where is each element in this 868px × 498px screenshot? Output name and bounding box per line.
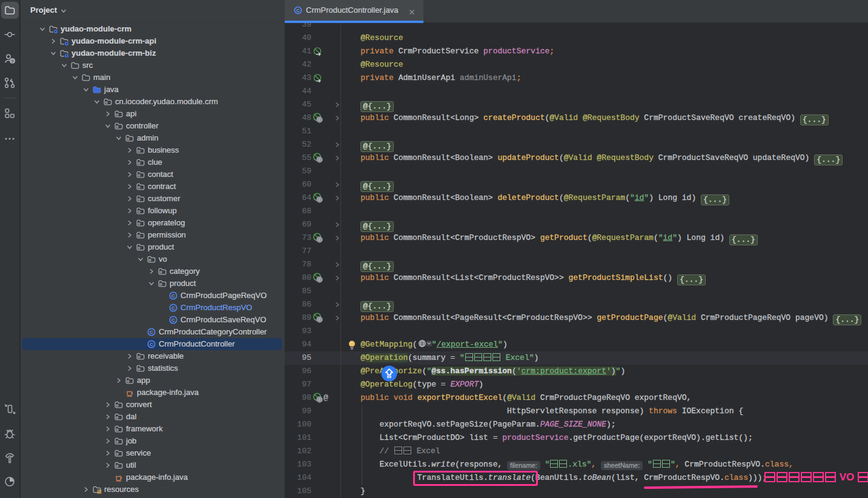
svg-text:C: C <box>171 293 175 299</box>
svg-text:C: C <box>171 305 175 311</box>
svg-text:C: C <box>171 317 175 323</box>
svg-text:C: C <box>296 8 300 13</box>
svg-text:C: C <box>150 342 153 347</box>
svg-text:C: C <box>150 330 153 335</box>
svg-text:?: ? <box>11 59 14 64</box>
